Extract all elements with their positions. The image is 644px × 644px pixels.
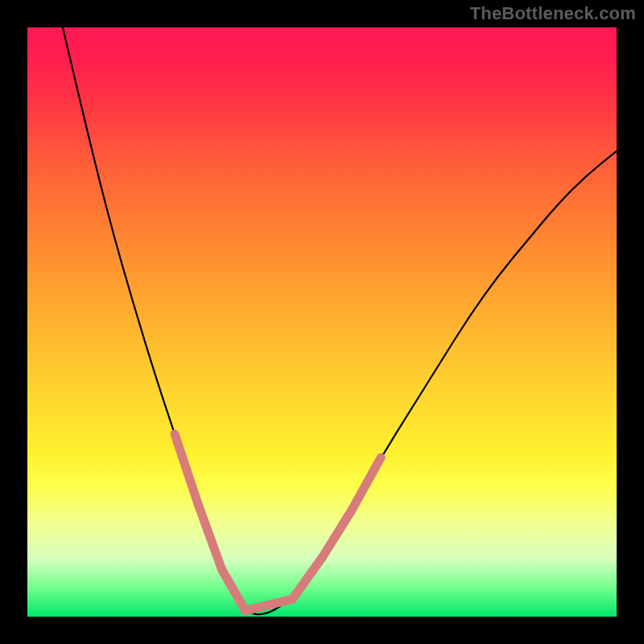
highlight-segment: [198, 505, 221, 570]
highlight-segment: [322, 510, 352, 558]
plot-area: [27, 27, 617, 617]
chart-frame: TheBottleneck.com: [0, 0, 644, 644]
highlight-segment: [175, 434, 198, 505]
highlight-segment: [246, 599, 293, 611]
highlight-segment: [292, 558, 322, 599]
highlight-markers: [175, 434, 381, 611]
highlight-segment: [222, 569, 246, 610]
highlight-segment: [352, 457, 382, 510]
watermark-text: TheBottleneck.com: [470, 3, 636, 24]
curve-layer: [27, 27, 617, 617]
